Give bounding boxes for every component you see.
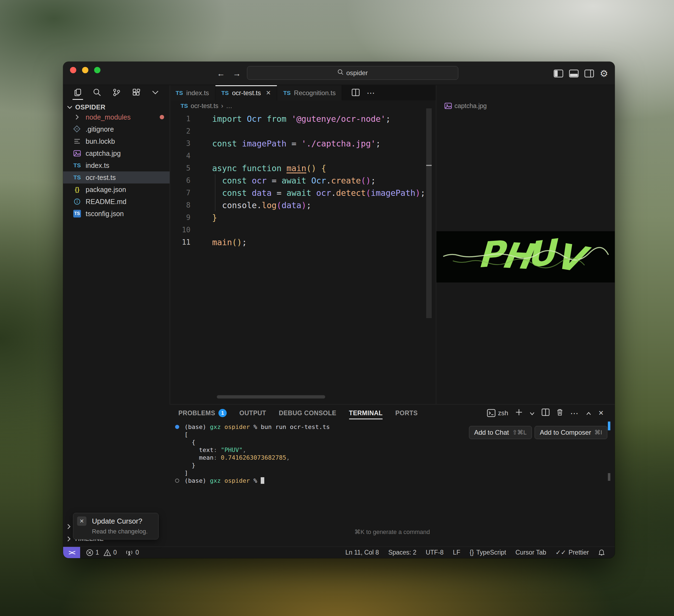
status-item-label: UTF-8 xyxy=(426,549,443,556)
explorer-root-header[interactable]: OSPIDER xyxy=(67,104,105,111)
panel-tab-ports[interactable]: PORTS xyxy=(395,405,418,422)
split-terminal-icon[interactable] xyxy=(542,409,549,418)
settings-gear-icon[interactable]: ⚙ xyxy=(600,68,608,79)
terminal-scrollbar[interactable] xyxy=(608,473,610,481)
minimize-window-button[interactable] xyxy=(82,67,88,73)
status-ln-11-col-8[interactable]: Ln 11, Col 8 xyxy=(345,549,379,556)
activity-extensions-icon[interactable] xyxy=(132,85,140,100)
status-item-label: TypeScript xyxy=(476,549,506,556)
panel-tab-problems[interactable]: PROBLEMS1 xyxy=(179,405,227,422)
chevron-down-icon xyxy=(152,90,158,96)
indent-guide xyxy=(215,174,215,211)
status-cursor-tab[interactable]: Cursor Tab xyxy=(516,549,546,556)
file-item-index.ts[interactable]: TSindex.ts xyxy=(63,159,170,171)
file-list: node_modules.gitignorebun.lockbcaptcha.j… xyxy=(63,111,170,220)
code-editor[interactable]: 1234567891011 import Ocr from '@gutenye/… xyxy=(170,111,436,399)
panel-tab-label: DEBUG CONSOLE xyxy=(279,410,336,417)
tab-label: index.ts xyxy=(186,89,209,97)
nav-back-button[interactable]: ← xyxy=(217,69,225,78)
code-line: console.log(data); xyxy=(212,199,425,211)
code-line xyxy=(212,150,425,162)
json-braces-icon: {} xyxy=(73,186,81,193)
maximize-panel-chevron-icon[interactable] xyxy=(586,409,591,417)
status-typescript[interactable]: {}TypeScript xyxy=(469,549,506,556)
tab-index.ts[interactable]: TSindex.ts xyxy=(170,85,215,100)
new-terminal-icon[interactable] xyxy=(516,409,523,418)
overview-ruler-mark xyxy=(426,165,432,166)
file-item-node_modules[interactable]: node_modules xyxy=(63,111,170,123)
image-icon xyxy=(445,103,452,109)
panel-tab-output[interactable]: OUTPUT xyxy=(239,405,266,422)
terminal-dropdown-chevron-icon[interactable] xyxy=(530,409,535,417)
terminal-icon xyxy=(487,409,495,417)
line-number: 1 xyxy=(170,113,191,125)
tab-ocr-test.ts[interactable]: TSocr-test.ts✕ xyxy=(215,85,277,100)
file-item-.gitignore[interactable]: .gitignore xyxy=(63,123,170,135)
panel-tab-debug-console[interactable]: DEBUG CONSOLE xyxy=(279,405,336,422)
editor-tabs-group1: TSindex.tsTSocr-test.ts✕TSRecognition.ts… xyxy=(170,85,436,100)
zoom-window-button[interactable] xyxy=(94,67,100,73)
file-item-tsconfig.json[interactable]: TStsconfig.json xyxy=(63,208,170,220)
title-bar: ← → ospider ⚙ xyxy=(63,62,615,85)
code-line: const data = await ocr.detect(imagePath)… xyxy=(212,187,425,199)
file-item-captcha.jpg[interactable]: captcha.jpg xyxy=(63,147,170,159)
kill-terminal-trash-icon[interactable] xyxy=(557,408,563,418)
breadcrumb[interactable]: TS ocr-test.ts › … xyxy=(181,100,232,111)
command-center-search[interactable]: ospider xyxy=(247,66,458,80)
file-item-README.md[interactable]: README.md xyxy=(63,195,170,208)
ports-status[interactable]: 0 xyxy=(125,549,139,556)
activity-files-icon[interactable] xyxy=(74,85,82,100)
activity-chevron-down-icon[interactable] xyxy=(152,85,158,100)
file-item-package.json[interactable]: {}package.json xyxy=(63,183,170,195)
braces-icon: {} xyxy=(469,549,474,556)
nav-forward-button[interactable]: → xyxy=(233,69,241,78)
close-tab-icon[interactable]: ✕ xyxy=(266,90,271,97)
file-item-label: .gitignore xyxy=(86,125,114,133)
toast-body[interactable]: Read the changelog. xyxy=(92,528,148,535)
line-number: 11 xyxy=(170,236,191,249)
activity-search-icon[interactable] xyxy=(93,85,101,100)
split-editor-icon[interactable] xyxy=(352,89,359,97)
editor-group-divider[interactable] xyxy=(436,85,436,404)
panel-tab-label: PORTS xyxy=(395,410,418,417)
activity-source-control-icon[interactable] xyxy=(113,85,120,100)
toggle-panel-icon[interactable] xyxy=(569,70,578,78)
panel-more-actions-icon[interactable]: ⋯ xyxy=(570,408,579,418)
status-lf[interactable]: LF xyxy=(453,549,460,556)
close-panel-icon[interactable]: ✕ xyxy=(598,409,604,417)
add-to-composer-button[interactable]: Add to Composer ⌘I xyxy=(535,426,607,439)
code-line: async function main() { xyxy=(212,162,425,174)
file-item-label: README.md xyxy=(86,198,126,206)
panel-tab-terminal[interactable]: TERMINAL xyxy=(349,405,383,422)
problems-status[interactable]: 1 0 xyxy=(86,549,117,556)
editor-vertical-scrollbar[interactable] xyxy=(426,108,432,318)
command-decoration-hollow xyxy=(175,479,179,483)
line-number-gutter: 1234567891011 xyxy=(170,113,197,249)
status-spaces-2[interactable]: Spaces: 2 xyxy=(388,549,416,556)
file-item-label: index.ts xyxy=(86,162,109,169)
toast-close-icon[interactable]: ✕ xyxy=(77,516,87,526)
file-item-bun.lockb[interactable]: bun.lockb xyxy=(63,135,170,147)
source-control-icon xyxy=(113,89,120,97)
terminal-line: (base) gxz ospider % xyxy=(170,477,615,485)
tab-Recognition.ts[interactable]: TSRecognition.ts xyxy=(277,85,342,100)
code-line: main(); xyxy=(212,236,425,249)
editor-horizontal-scrollbar[interactable] xyxy=(217,395,325,399)
toggle-secondary-sidebar-icon[interactable] xyxy=(584,70,594,78)
file-item-ocr-test.ts[interactable]: TSocr-test.ts xyxy=(63,171,170,183)
command-decoration-filled xyxy=(175,425,179,429)
terminal-instance[interactable]: zsh xyxy=(487,409,508,417)
add-to-chat-button[interactable]: Add to Chat ⇧⌘L xyxy=(469,426,532,439)
status-utf-8[interactable]: UTF-8 xyxy=(426,549,443,556)
error-icon xyxy=(86,549,93,556)
code-line xyxy=(212,224,425,236)
notifications-bell-icon[interactable] xyxy=(598,549,605,556)
remote-indicator[interactable]: >< xyxy=(63,547,80,559)
ts-file-icon: TS xyxy=(283,90,291,96)
close-window-button[interactable] xyxy=(70,67,76,73)
lines-icon xyxy=(73,138,81,144)
image-breadcrumb[interactable]: captcha.jpg xyxy=(445,100,487,111)
toggle-primary-sidebar-icon[interactable] xyxy=(554,70,563,78)
status-prettier[interactable]: ✓✓Prettier xyxy=(555,549,589,556)
editor-more-actions-icon[interactable]: ⋯ xyxy=(367,88,375,98)
